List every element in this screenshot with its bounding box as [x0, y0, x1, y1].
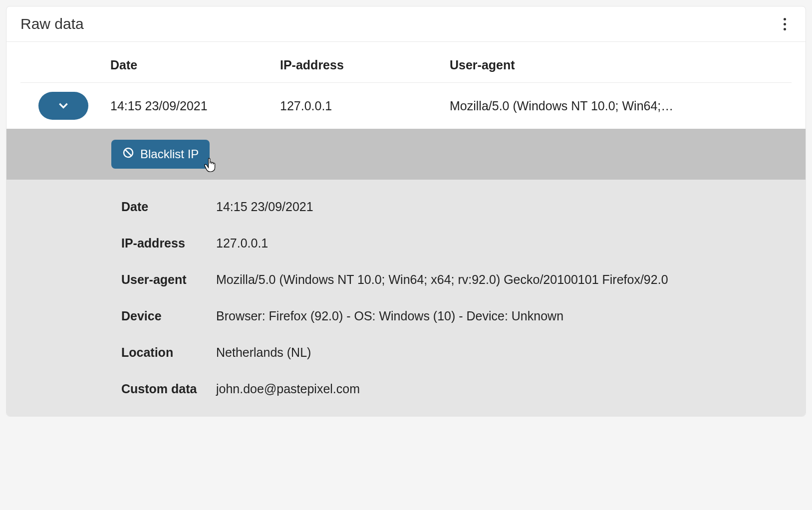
detail-row-location: Location Netherlands (NL)	[6, 334, 806, 371]
detail-label-device: Device	[121, 309, 216, 323]
detail-value-device: Browser: Firefox (92.0) - OS: Windows (1…	[216, 309, 806, 323]
detail-value-ip: 127.0.0.1	[216, 236, 806, 251]
blacklist-ip-label: Blacklist IP	[140, 147, 199, 161]
detail-row-custom-data: Custom data john.doe@pastepixel.com	[6, 371, 806, 407]
detail-row-device: Device Browser: Firefox (92.0) - OS: Win…	[6, 298, 806, 334]
more-vertical-icon[interactable]	[778, 17, 792, 31]
detail-value-date: 14:15 23/09/2021	[216, 200, 806, 214]
detail-label-custom-data: Custom data	[121, 382, 216, 396]
detail-value-custom-data: john.doe@pastepixel.com	[216, 382, 806, 396]
cell-ip: 127.0.0.1	[280, 99, 450, 113]
detail-value-user-agent: Mozilla/5.0 (Windows NT 10.0; Win64; x64…	[216, 272, 806, 287]
detail-label-user-agent: User-agent	[121, 272, 216, 287]
detail-value-location: Netherlands (NL)	[216, 345, 806, 360]
detail-row-user-agent: User-agent Mozilla/5.0 (Windows NT 10.0;…	[6, 261, 806, 298]
cell-date: 14:15 23/09/2021	[110, 99, 280, 113]
raw-data-card: Raw data Date IP-address User-agent 14:1…	[6, 6, 806, 417]
column-header-user-agent: User-agent	[450, 58, 792, 72]
expand-toggle-button[interactable]	[38, 92, 88, 120]
detail-label-ip: IP-address	[121, 236, 216, 251]
svg-line-1	[125, 150, 131, 156]
column-header-date: Date	[110, 58, 280, 72]
card-title: Raw data	[20, 15, 84, 32]
ban-icon	[122, 147, 134, 162]
card-header: Raw data	[6, 6, 806, 42]
detail-row-date: Date 14:15 23/09/2021	[6, 189, 806, 225]
table: Date IP-address User-agent 14:15 23/09/2…	[6, 42, 806, 129]
blacklist-ip-button[interactable]: Blacklist IP	[111, 140, 210, 169]
cell-user-agent: Mozilla/5.0 (Windows NT 10.0; Win64;…	[450, 99, 792, 113]
expand-cell	[20, 92, 110, 120]
detail-label-location: Location	[121, 345, 216, 360]
column-header-ip: IP-address	[280, 58, 450, 72]
detail-rows: Date 14:15 23/09/2021 IP-address 127.0.0…	[6, 180, 806, 416]
detail-label-date: Date	[121, 200, 216, 214]
table-header-row: Date IP-address User-agent	[20, 42, 792, 83]
chevron-down-icon	[57, 99, 70, 113]
expanded-panel: Blacklist IP Date 14:15 23/09/2021 IP-ad…	[6, 129, 806, 416]
detail-row-ip: IP-address 127.0.0.1	[6, 225, 806, 261]
table-row: 14:15 23/09/2021 127.0.0.1 Mozilla/5.0 (…	[20, 83, 792, 129]
action-bar: Blacklist IP	[6, 129, 806, 180]
